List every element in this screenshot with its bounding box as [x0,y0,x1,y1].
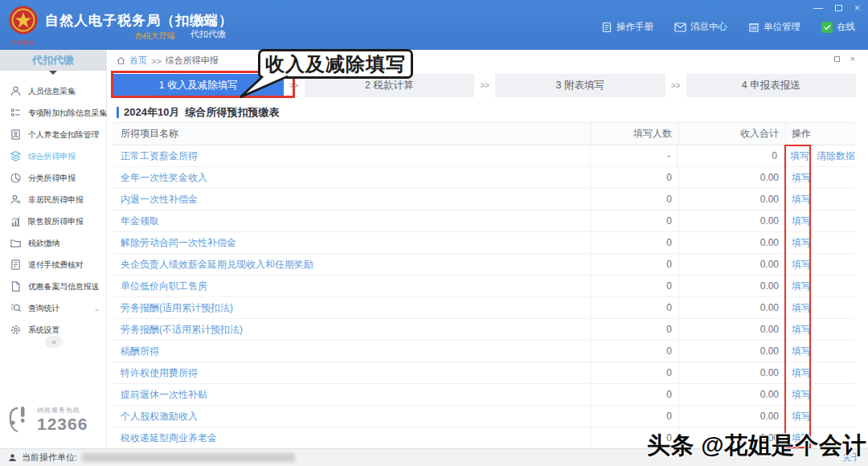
fill-count-value: 0 [592,189,679,210]
sidebar-item-label: 专项附加扣除信息采集 [28,108,107,119]
sidebar-item-query-statistics[interactable]: 查询统计 ⌄ [0,297,106,319]
main-content: 首页 >> 综合所得申报 × 1 收入及减除填写 >> 2 税款计算 >> 3 … [107,50,868,448]
income-item-link[interactable]: 税收递延型商业养老金 [121,431,217,445]
income-item-link[interactable]: 个人股权激励收入 [121,410,198,423]
message-center-button[interactable]: 消息中心 [674,21,727,33]
sidebar-item-nonresident-income[interactable]: 非居民所得申报 [0,189,106,211]
panel-close-icon[interactable]: × [850,54,855,63]
table-row: 提前退休一次性补贴 0 0.00 填写 [113,384,855,406]
fill-link[interactable]: 填写 [792,171,811,185]
fill-link[interactable]: 填写 [792,280,811,293]
step-tab-submit[interactable]: 4 申报表报送 [686,74,857,97]
fill-link[interactable]: 填写 [792,258,811,272]
layers-icon [10,150,22,162]
fill-count-value: 0 [592,297,679,318]
income-item-link[interactable]: 稿酬所得 [121,345,159,358]
sidebar-item-comprehensive-income[interactable]: 综合所得申报 [0,145,106,167]
breadcrumb: 首页 >> 综合所得申报 [117,55,219,67]
fill-count-value: 0 [592,232,679,253]
unit-management-button[interactable]: 单位管理 [748,21,800,33]
sidebar-item-refund-fee-check[interactable]: 退付手续费核对 [0,254,106,276]
income-item-link[interactable]: 劳务报酬(不适用累计预扣法) [121,323,243,337]
sidebar-item-label: 人员信息采集 [28,86,76,97]
building-icon [748,22,760,32]
table-row: 解除劳动合同一次性补偿金 0 0.00 填写 [113,232,855,254]
step-separator: >> [665,81,686,90]
person-badge-icon [10,194,22,206]
fill-link[interactable]: 填写 [792,366,811,380]
step-tab-attached-forms[interactable]: 3 附表填写 [495,74,665,97]
hotline-block: 纳税服务热线 12366 [6,402,88,434]
manual-icon [601,22,612,33]
breadcrumb-home[interactable]: 首页 [129,55,147,67]
income-item-link[interactable]: 提前退休一次性补贴 [121,388,207,402]
title-accent-bar [117,107,119,118]
fill-count-value: 0 [592,384,679,405]
sidebar-item-personnel-info[interactable]: 人员信息采集 [0,80,106,102]
step-tab-income-fill[interactable]: 1 收入及减除填写 [113,74,284,97]
income-item-link[interactable]: 内退一次性补偿金 [121,193,198,206]
table-row: 单位低价向职工售房 0 0.00 填写 [113,276,855,297]
income-item-link[interactable]: 劳务报酬(适用累计预扣法) [121,301,233,315]
fill-link[interactable]: 填写 [790,149,809,163]
home-icon [117,56,125,65]
annotation-callout-text: 收入及减除填写 [265,51,406,77]
person-icon [10,85,22,97]
income-item-link[interactable]: 特许权使用费所得 [121,366,198,380]
fill-link[interactable]: 填写 [792,410,811,423]
step-tabs: 1 收入及减除填写 >> 2 税款计算 >> 3 附表填写 >> 4 申报表报送 [113,74,856,97]
col-header-item-name: 所得项目名称 [113,123,592,145]
panel-restore-icon[interactable] [834,56,840,62]
current-unit-label: 当前操作单位: [22,452,77,464]
message-center-label: 消息中心 [690,21,727,33]
fill-link[interactable]: 填写 [792,323,811,337]
clear-data-link[interactable]: 清除数据 [817,149,855,163]
watermark-text: 头条 @花姐是个会计 [647,430,866,462]
income-item-link[interactable]: 央企负责人绩效薪金延期兑现收入和任期奖励 [121,258,313,272]
fill-count-value: 0 [592,254,679,275]
tab-withholding-module[interactable]: 代扣代缴 [185,7,231,46]
fill-link[interactable]: 填写 [792,236,811,250]
online-status[interactable]: 在线 [821,21,855,33]
income-item-link[interactable]: 单位低价向职工售房 [121,280,207,293]
tax-bureau-emblem-logo: 中国税务 [6,5,41,45]
sidebar-item-tax-payment[interactable]: 税款缴纳 [0,232,106,254]
manual-button[interactable]: 操作手册 [601,21,653,33]
maximize-icon [835,5,842,11]
sidebar-item-preferential-filing[interactable]: 优惠备案与信息报送 ⌄ [0,276,106,297]
minimize-button[interactable]: — [813,2,823,14]
col-header-fill-count: 填写人数 [592,123,679,145]
table-row: 劳务报酬(适用累计预扣法) 0 0.00 填写 [113,297,855,319]
sidebar-collapse-button[interactable]: « [45,336,63,348]
folder-icon [10,237,22,249]
envelope-icon [674,22,686,32]
maximize-button[interactable] [835,2,842,14]
fill-link[interactable]: 填写 [792,388,811,402]
income-total-value: 0.00 [679,319,786,340]
income-item-link[interactable]: 解除劳动合同一次性补偿金 [121,236,236,250]
document-person-icon [10,129,22,141]
gear-icon [10,324,22,336]
fill-link[interactable]: 填写 [792,345,811,358]
sidebar-item-special-deduction-info[interactable]: 专项附加扣除信息采集 [0,102,106,124]
table-row: 正常工资薪金所得 - 0 填写 清除数据 [113,145,855,167]
close-button[interactable]: × [854,2,860,14]
user-icon [8,453,17,462]
income-item-link[interactable]: 正常工资薪金所得 [121,149,198,163]
hotline-number: 12366 [37,415,88,434]
fill-link[interactable]: 填写 [792,301,811,315]
sidebar-item-pension-deduction[interactable]: 个人养老金扣除管理 [0,124,106,145]
income-item-link[interactable]: 全年一次性奖金收入 [121,171,207,185]
income-total-value: 0.00 [679,406,786,427]
sidebar-item-label: 优惠备案与信息报送 [28,281,99,292]
sidebar-item-label: 系统设置 [28,325,59,336]
fill-count-value: 0 [592,341,679,362]
income-item-link[interactable]: 年金领取 [121,215,159,228]
briefcase-icon [202,14,215,26]
income-total-value: 0.00 [679,384,786,405]
fill-link[interactable]: 填写 [792,215,811,228]
breadcrumb-separator: >> [151,56,162,66]
sidebar-item-restricted-shares[interactable]: 限售股所得申报 [0,211,106,232]
sidebar-item-classified-income[interactable]: 分类所得申报 [0,167,106,189]
fill-link[interactable]: 填写 [792,193,811,206]
